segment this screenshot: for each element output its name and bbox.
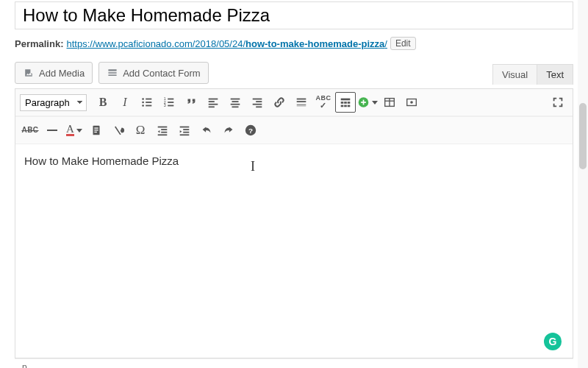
media-icon [23,67,35,79]
svg-rect-21 [232,101,239,102]
svg-rect-30 [297,105,306,105]
svg-rect-33 [341,102,344,104]
toolbar-row-1: Paragraph B I 123 ABC✓ [15,89,573,116]
special-char-button[interactable]: Ω [130,120,151,141]
svg-rect-19 [209,106,215,107]
svg-text:3: 3 [164,103,166,107]
insert-more-button[interactable] [291,92,312,113]
add-contact-form-label: Add Contact Form [123,68,201,79]
svg-rect-49 [94,130,98,130]
svg-rect-57 [183,132,189,133]
permalink-trail: / [384,38,387,49]
svg-rect-18 [209,104,218,105]
scrollbar-thumb[interactable] [579,103,587,169]
align-left-button[interactable] [203,92,223,113]
undo-button[interactable] [196,120,217,141]
svg-rect-51 [158,127,168,128]
post-title-input[interactable] [15,1,573,29]
tab-visual[interactable]: Visual [493,65,537,85]
editor-content[interactable]: How to Make Homemade Pizza [15,144,573,358]
bold-button[interactable]: B [93,92,113,113]
help-button[interactable]: ? [240,120,261,141]
svg-rect-37 [344,105,347,107]
svg-rect-55 [180,127,190,128]
italic-button[interactable]: I [115,92,135,113]
insert-table-button[interactable] [379,92,400,113]
svg-rect-41 [361,102,366,103]
editor-wrap: Paragraph B I 123 ABC✓ ABC A Ω [15,88,573,358]
toolbar-row-2: ABC A Ω ? [15,116,573,144]
number-list-button[interactable]: 123 [159,92,179,113]
add-media-button[interactable]: Add Media [15,62,93,84]
svg-rect-25 [256,101,262,102]
scrollbar-track[interactable] [578,0,588,368]
status-bar: p [15,358,573,368]
svg-rect-17 [209,101,215,102]
form-icon [107,67,118,79]
svg-rect-13 [168,102,173,103]
edit-permalink-button[interactable]: Edit [390,37,416,50]
svg-rect-11 [168,99,173,100]
svg-rect-52 [161,129,167,130]
svg-rect-9 [146,105,151,107]
clear-format-button[interactable] [108,120,129,141]
svg-point-6 [142,102,144,104]
add-media-label: Add Media [39,68,85,79]
svg-rect-23 [232,106,239,107]
grammarly-badge[interactable]: G [544,333,562,350]
format-select[interactable]: Paragraph [20,94,87,111]
bullet-list-button[interactable] [137,92,157,113]
permalink-label: Permalink: [15,38,63,49]
permalink-slug: how-to-make-homemade-pizza [245,38,384,49]
svg-rect-27 [256,106,262,107]
svg-rect-29 [297,101,306,102]
svg-rect-48 [94,127,98,128]
svg-rect-22 [231,104,240,105]
align-right-button[interactable] [247,92,268,113]
indent-button[interactable] [174,120,195,141]
add-contact-form-button[interactable]: Add Contact Form [98,62,209,84]
align-center-button[interactable] [225,92,245,113]
svg-rect-24 [253,99,262,100]
blockquote-button[interactable] [181,92,201,113]
fullscreen-button[interactable] [548,92,568,113]
svg-rect-1 [109,69,117,71]
svg-rect-32 [341,99,351,101]
redo-button[interactable] [218,120,239,141]
spellcheck-button[interactable]: ABC✓ [313,92,334,113]
svg-point-0 [26,71,28,72]
svg-rect-26 [253,104,262,105]
paste-text-button[interactable] [86,120,107,141]
strikethrough-button[interactable]: ABC [20,120,40,141]
svg-rect-35 [348,102,351,104]
svg-point-8 [142,105,144,107]
svg-rect-50 [94,132,97,132]
svg-rect-15 [168,105,173,107]
permalink-link[interactable]: https://www.pcaficionado.com/2018/05/24/… [66,38,387,49]
horizontal-rule-button[interactable] [42,120,62,141]
svg-text:?: ? [248,127,253,135]
add-block-button[interactable] [357,92,378,113]
svg-rect-3 [109,74,117,76]
link-button[interactable] [269,92,290,113]
permalink-row: Permalink: https://www.pcaficionado.com/… [15,37,573,50]
svg-rect-38 [348,105,351,107]
svg-rect-2 [109,72,117,74]
svg-point-46 [410,101,413,104]
svg-rect-28 [297,99,306,100]
text-color-button[interactable]: A [64,120,85,141]
svg-rect-16 [209,99,218,100]
permalink-base: https://www.pcaficionado.com/2018/05/24/ [66,38,245,49]
outdent-button[interactable] [152,120,173,141]
toggle-toolbar-button[interactable] [335,92,356,113]
svg-point-4 [142,98,144,100]
svg-rect-34 [344,102,347,104]
svg-rect-54 [158,134,168,135]
tab-text[interactable]: Text [537,65,573,85]
svg-rect-5 [146,99,151,100]
distraction-free-button[interactable] [401,92,422,113]
svg-rect-58 [180,134,190,135]
svg-rect-7 [146,102,151,103]
svg-rect-56 [183,129,189,130]
svg-rect-53 [161,132,167,133]
